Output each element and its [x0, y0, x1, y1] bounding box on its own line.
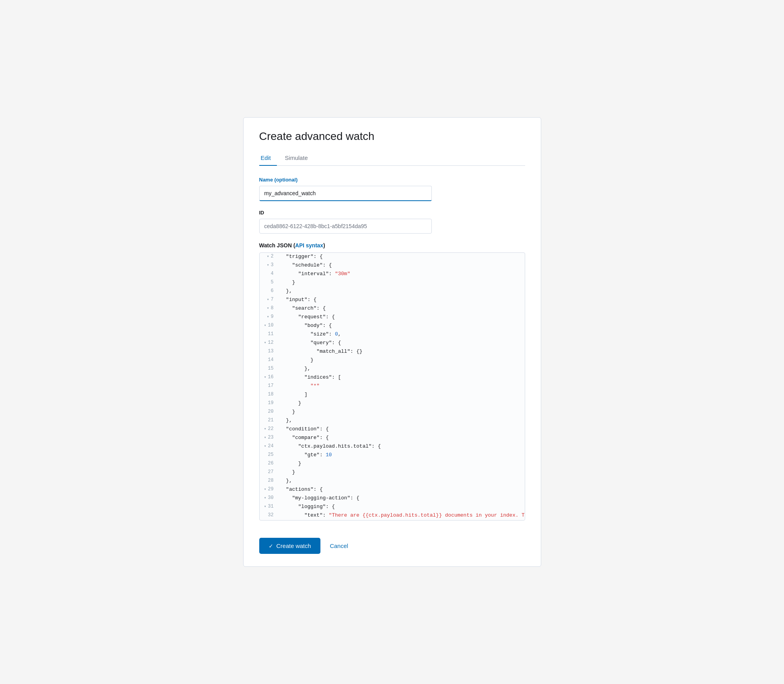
- line-content: }: [277, 408, 525, 415]
- line-content: "actions": {: [277, 486, 525, 493]
- code-lines: ▾2 "trigger": { ▾3 "schedule": { 4 "inte…: [260, 253, 525, 520]
- line-content: },: [277, 287, 525, 295]
- id-field-group: ID ceda8862-6122-428b-8bc1-a5bf2154da95: [259, 210, 525, 234]
- line-content: "request": {: [277, 313, 525, 321]
- code-line: 28 },: [260, 477, 525, 486]
- line-number: ▾10: [260, 322, 277, 329]
- code-line: ▾7 "input": {: [260, 296, 525, 305]
- line-content: "text": "There are {{ctx.payload.hits.to…: [277, 512, 525, 519]
- code-line: 26 }: [260, 460, 525, 468]
- line-number: 17: [260, 382, 277, 389]
- line-content: "my-logging-action": {: [277, 494, 525, 502]
- line-number: 13: [260, 348, 277, 355]
- api-syntax-link[interactable]: API syntax: [295, 242, 324, 249]
- fold-arrow[interactable]: ▾: [267, 263, 269, 267]
- line-content: "condition": {: [277, 425, 525, 433]
- line-content: "ctx.payload.hits.total": {: [277, 443, 525, 450]
- line-number: 19: [260, 399, 277, 406]
- code-line: 21 },: [260, 417, 525, 425]
- code-line: 4 "interval": "30m": [260, 270, 525, 279]
- line-content: "search": {: [277, 305, 525, 312]
- line-content: "schedule": {: [277, 261, 525, 269]
- fold-arrow[interactable]: ▾: [264, 435, 266, 440]
- line-number: 27: [260, 468, 277, 475]
- footer: ✓ Create watch Cancel: [259, 532, 525, 554]
- line-number: ▾22: [260, 425, 277, 432]
- code-line: ▾23 "compare": {: [260, 434, 525, 443]
- fold-arrow[interactable]: ▾: [264, 495, 266, 500]
- id-value: ceda8862-6122-428b-8bc1-a5bf2154da95: [259, 219, 432, 234]
- line-number: 15: [260, 365, 277, 372]
- watch-json-label: Watch JSON (API syntax): [259, 242, 525, 249]
- code-line: ▾8 "search": {: [260, 305, 525, 313]
- code-line: 14 }: [260, 356, 525, 365]
- code-line: 19 }: [260, 399, 525, 408]
- code-line: ▾24 "ctx.payload.hits.total": {: [260, 443, 525, 451]
- fold-arrow[interactable]: ▾: [264, 375, 266, 379]
- fold-arrow[interactable]: ▾: [264, 340, 266, 345]
- line-number: ▾23: [260, 434, 277, 441]
- line-number: 5: [260, 279, 277, 286]
- line-number: ▾31: [260, 503, 277, 510]
- line-number: ▾16: [260, 374, 277, 381]
- line-number: ▾9: [260, 313, 277, 320]
- line-content: }: [277, 279, 525, 286]
- line-number: ▾8: [260, 305, 277, 312]
- fold-arrow[interactable]: ▾: [264, 444, 266, 448]
- line-content: },: [277, 417, 525, 424]
- line-content: "gte": 10: [277, 451, 525, 459]
- code-line: 25 "gte": 10: [260, 451, 525, 460]
- line-content: }: [277, 399, 525, 407]
- line-content: "logging": {: [277, 503, 525, 510]
- tab-edit[interactable]: Edit: [259, 151, 277, 166]
- code-line: ▾31 "logging": {: [260, 503, 525, 512]
- line-number: 4: [260, 270, 277, 277]
- code-line: 11 "size": 0,: [260, 330, 525, 339]
- code-editor[interactable]: ▾2 "trigger": { ▾3 "schedule": { 4 "inte…: [259, 252, 525, 521]
- code-line: ▾22 "condition": {: [260, 425, 525, 434]
- line-content: },: [277, 365, 525, 372]
- line-content: },: [277, 477, 525, 484]
- fold-arrow[interactable]: ▾: [264, 487, 266, 492]
- line-content: }: [277, 356, 525, 364]
- line-number: ▾30: [260, 494, 277, 501]
- line-number: 14: [260, 356, 277, 363]
- cancel-button[interactable]: Cancel: [328, 538, 350, 554]
- line-content: "match_all": {}: [277, 348, 525, 355]
- line-number: 18: [260, 391, 277, 398]
- code-line: ▾30 "my-logging-action": {: [260, 494, 525, 503]
- line-content: "query": {: [277, 339, 525, 347]
- line-number: ▾29: [260, 486, 277, 493]
- line-number: 11: [260, 330, 277, 337]
- code-line: ▾10 "body": {: [260, 322, 525, 330]
- name-field-group: Name (optional): [259, 177, 525, 201]
- code-line: 27 }: [260, 468, 525, 477]
- code-line: ▾29 "actions": {: [260, 486, 525, 494]
- fold-arrow[interactable]: ▾: [264, 323, 266, 328]
- fold-arrow[interactable]: ▾: [264, 426, 266, 431]
- line-content: }: [277, 460, 525, 467]
- fold-arrow[interactable]: ▾: [267, 314, 269, 319]
- line-content: "indices": [: [277, 374, 525, 381]
- code-line: 17 "*": [260, 382, 525, 391]
- code-line: 6 },: [260, 287, 525, 296]
- line-number: ▾2: [260, 253, 277, 260]
- tabs-container: Edit Simulate: [259, 151, 525, 166]
- line-content: "body": {: [277, 322, 525, 329]
- code-line: ▾12 "query": {: [260, 339, 525, 348]
- code-line: ▾2 "trigger": {: [260, 253, 525, 261]
- line-number: 20: [260, 408, 277, 415]
- tab-simulate[interactable]: Simulate: [283, 151, 314, 166]
- fold-arrow[interactable]: ▾: [264, 504, 266, 509]
- line-number: ▾12: [260, 339, 277, 346]
- code-line: 13 "match_all": {}: [260, 348, 525, 356]
- name-input[interactable]: [259, 186, 432, 201]
- create-watch-button[interactable]: ✓ Create watch: [259, 538, 320, 554]
- fold-arrow[interactable]: ▾: [267, 306, 269, 310]
- fold-arrow[interactable]: ▾: [267, 254, 269, 259]
- page-title: Create advanced watch: [259, 130, 525, 143]
- code-line: ▾3 "schedule": {: [260, 261, 525, 270]
- line-content: "size": 0,: [277, 330, 525, 338]
- line-content: }: [277, 468, 525, 476]
- fold-arrow[interactable]: ▾: [267, 297, 269, 302]
